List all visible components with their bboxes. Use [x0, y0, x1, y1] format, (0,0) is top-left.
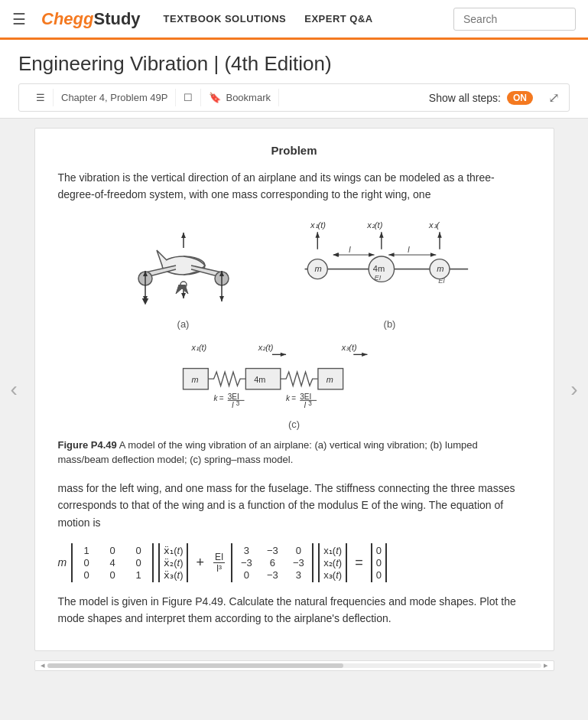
- svg-marker-9: [219, 296, 224, 301]
- zv3: 0: [376, 569, 382, 581]
- scroll-right-arrow[interactable]: ▸: [541, 660, 551, 670]
- bookmark-label: Bookmark: [226, 92, 271, 103]
- problem-card: ‹ › Problem The vibration is the vertica…: [34, 128, 554, 651]
- problem-heading: Problem: [58, 144, 531, 157]
- figure-caption: Figure P4.49 A model of the wing vibrati…: [58, 438, 531, 468]
- av3: ẍ₃(t): [164, 569, 183, 581]
- svg-text:x₁(t): x₁(t): [190, 343, 206, 352]
- next-arrow[interactable]: ›: [564, 371, 583, 408]
- svg-text:l: l: [349, 246, 351, 254]
- svg-text:x₃(t): x₃(t): [340, 343, 356, 352]
- figure-a-label: (a): [177, 318, 190, 330]
- zero-vector: 0 0 0: [371, 543, 387, 582]
- m21: 0: [77, 557, 96, 569]
- toolbar-list-icon[interactable]: ☰: [28, 89, 54, 106]
- expand-icon[interactable]: ⤢: [548, 90, 560, 106]
- hamburger-icon[interactable]: ☰: [12, 10, 26, 28]
- figure-c: x₁(t) x₂(t) x₃(t) m 4m: [58, 342, 531, 430]
- k11: 3: [237, 545, 255, 556]
- accel-vector: ẍ₁(t) ẍ₂(t) ẍ₃(t): [158, 543, 188, 582]
- svg-marker-13: [181, 233, 186, 238]
- toolbar-chapter[interactable]: Chapter 4, Problem 49P: [54, 89, 176, 106]
- logo: Chegg Study: [41, 9, 141, 29]
- m23: 0: [129, 557, 148, 569]
- disp-vector: x₁(t) x₂(t) x₃(t): [318, 543, 347, 582]
- m33: 1: [129, 569, 148, 581]
- svg-marker-24: [437, 232, 442, 237]
- main-header: ☰ Chegg Study TEXTBOOK SOLUTIONS EXPERT …: [0, 0, 588, 40]
- ei-fraction: EI l³: [213, 552, 225, 574]
- bookmark-icon: 🔖: [209, 92, 221, 103]
- spring-mass-diagram: x₁(t) x₂(t) x₃(t) m 4m: [149, 342, 440, 419]
- svg-text:3: 3: [308, 400, 312, 407]
- header-search: [453, 8, 576, 31]
- list-icon: ☰: [36, 92, 45, 103]
- header-nav: TEXTBOOK SOLUTIONS EXPERT Q&A: [164, 13, 373, 24]
- logo-study: Study: [93, 9, 140, 29]
- av1: ẍ₁(t): [164, 545, 183, 556]
- svg-text:EI: EI: [374, 274, 381, 282]
- svg-text:x₂(t): x₂(t): [366, 220, 382, 230]
- beam-diagram: x₁(t) x₂(t) x₃(: [291, 216, 489, 315]
- main-content: ‹ › Problem The vibration is the vertica…: [0, 119, 588, 720]
- svg-text:=: =: [291, 394, 296, 402]
- problem-text-part1: The vibration is the vertical direction …: [58, 169, 531, 204]
- toolbar-mobile-icon[interactable]: ☐: [176, 89, 201, 106]
- nav-expert-qa[interactable]: EXPERT Q&A: [304, 13, 373, 24]
- m13: 0: [129, 545, 148, 556]
- figure-caption-text: A model of the wing vibration of an airp…: [58, 439, 478, 466]
- svg-marker-33: [430, 252, 435, 257]
- dv1: x₁(t): [323, 545, 342, 556]
- dv2: x₂(t): [323, 557, 342, 569]
- m22: 4: [103, 557, 122, 569]
- figure-c-label: (c): [288, 419, 300, 430]
- bottom-scrollbar[interactable]: ◂ ▸: [34, 660, 554, 671]
- figure-a: (a): [99, 216, 268, 330]
- svg-text:x₃(: x₃(: [428, 220, 440, 230]
- final-text: The model is given in Figure P4.49. Calc…: [58, 593, 531, 627]
- prev-arrow[interactable]: ‹: [5, 371, 24, 408]
- svg-marker-14: [181, 293, 186, 298]
- book-name: Engineering Vibration: [18, 52, 208, 75]
- toggle-on[interactable]: ON: [507, 91, 533, 105]
- show-steps-control: Show all steps: ON ⤢: [429, 90, 560, 106]
- svg-text:x₂(t): x₂(t): [257, 343, 273, 352]
- svg-text:k: k: [286, 394, 291, 402]
- svg-text:EI: EI: [438, 277, 445, 285]
- book-edition: (4th Edition): [224, 52, 331, 75]
- m31: 0: [77, 569, 96, 581]
- k12: −3: [263, 545, 281, 556]
- mass-matrix: 1 0 0 0 4 0 0 0 1: [71, 543, 154, 582]
- nav-textbook-solutions[interactable]: TEXTBOOK SOLUTIONS: [164, 13, 287, 24]
- scroll-left-arrow[interactable]: ◂: [38, 660, 47, 670]
- book-title-area: Engineering Vibration | (4th Edition) ☰ …: [0, 40, 588, 119]
- svg-text:l: l: [304, 401, 306, 409]
- plus-operator: +: [196, 555, 204, 571]
- matrix-equation: m 1 0 0 0 4 0 0 0 1: [58, 543, 531, 582]
- svg-marker-47: [280, 352, 285, 356]
- chapter-label: Chapter 4, Problem 49P: [61, 92, 167, 103]
- m12: 0: [103, 545, 122, 556]
- m32: 0: [103, 569, 122, 581]
- k33: 3: [289, 569, 307, 581]
- ei-den: l³: [215, 563, 223, 574]
- scroll-thumb: [47, 663, 344, 668]
- svg-text:4m: 4m: [254, 375, 265, 384]
- svg-marker-49: [362, 352, 367, 356]
- toolbar-bookmark[interactable]: 🔖 Bookmark: [201, 89, 279, 106]
- logo-chegg[interactable]: Chegg: [41, 9, 93, 29]
- mobile-icon: ☐: [184, 92, 193, 103]
- svg-text:x₁(t): x₁(t): [310, 220, 326, 230]
- equals-operator: =: [355, 555, 363, 571]
- svg-text:=: =: [219, 394, 223, 402]
- svg-text:k: k: [213, 394, 218, 402]
- pipe-separator: |: [213, 52, 224, 75]
- svg-marker-32: [388, 252, 394, 257]
- k13: 0: [289, 545, 307, 556]
- av2: ẍ₂(t): [164, 557, 183, 569]
- svg-text:m: m: [326, 375, 333, 384]
- k31: 0: [237, 569, 255, 581]
- figure-caption-bold: Figure P4.49: [58, 439, 117, 451]
- airplane-diagram: [99, 216, 268, 315]
- search-input[interactable]: [453, 8, 576, 31]
